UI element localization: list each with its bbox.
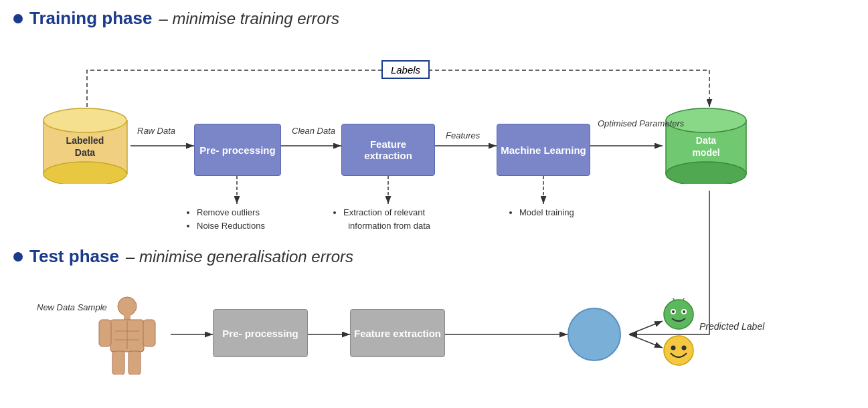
test-phase-title: Test phase	[29, 246, 119, 267]
optimised-params-label: Optimised Parameters	[598, 118, 684, 128]
svg-point-17	[44, 162, 126, 184]
training-bullet	[13, 14, 23, 23]
green-face	[663, 298, 695, 330]
test-phase-header: Test phase – minimise generalisation err…	[13, 246, 353, 267]
labels-box: Labels	[381, 60, 430, 79]
test-phase-subtitle: – minimise generalisation errors	[126, 247, 353, 266]
svg-text:Labelled: Labelled	[66, 135, 104, 146]
svg-point-22	[666, 162, 746, 184]
svg-point-46	[682, 346, 687, 350]
yellow-smiley	[663, 334, 695, 367]
preprocessing-notes: Remove outliers Noise Reductions	[186, 206, 265, 232]
clean-data-label: Clean Data	[292, 126, 335, 136]
human-figure	[87, 294, 167, 375]
svg-line-40	[671, 298, 675, 300]
svg-point-25	[118, 297, 137, 316]
labelled-data-cylinder: Labelled Data	[40, 107, 131, 184]
svg-rect-26	[124, 314, 131, 320]
prediction-circle	[568, 308, 621, 361]
svg-text:Data: Data	[75, 147, 96, 158]
test-bullet	[13, 252, 23, 262]
svg-line-13	[629, 321, 663, 334]
training-feature-extraction-box: Featureextraction	[341, 124, 435, 176]
svg-point-45	[671, 346, 676, 350]
test-feature-extraction-box: Feature extraction	[350, 309, 445, 357]
training-phase-title: Training phase	[29, 8, 153, 29]
svg-text:model: model	[692, 147, 719, 158]
svg-rect-29	[143, 320, 155, 346]
ml-notes: Model training	[509, 206, 574, 219]
svg-rect-31	[128, 351, 141, 375]
feature-extraction-notes: Extraction of relevant information from …	[333, 206, 430, 232]
svg-point-39	[683, 310, 685, 313]
svg-rect-30	[112, 351, 124, 375]
training-phase-subtitle: – minimise training errors	[159, 9, 339, 28]
features-label: Features	[446, 130, 480, 140]
svg-point-44	[664, 336, 693, 365]
machine-learning-box: Machine Learning	[497, 124, 590, 176]
test-preprocessing-box: Pre- processing	[213, 309, 308, 357]
predicted-label-text: Predicted Label	[699, 321, 764, 332]
svg-text:Data: Data	[696, 135, 717, 146]
training-phase-header: Training phase – minimise training error…	[13, 8, 339, 29]
svg-point-35	[664, 300, 693, 329]
raw-data-label: Raw Data	[137, 126, 175, 136]
training-preprocessing-box: Pre- processing	[194, 124, 281, 176]
svg-rect-28	[99, 320, 111, 346]
svg-line-14	[629, 334, 663, 348]
svg-line-42	[683, 298, 687, 300]
svg-point-38	[672, 310, 675, 313]
svg-point-16	[44, 108, 126, 132]
